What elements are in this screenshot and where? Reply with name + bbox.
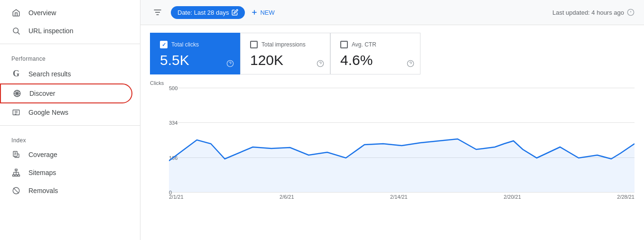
removals-icon [11, 186, 21, 195]
last-updated-text: Last updated: 4 hours ago [552, 9, 635, 16]
sidebar-item-discover-label: Discover [29, 90, 55, 97]
metric-card-total-clicks[interactable]: Total clicks 5.5K [150, 33, 240, 74]
chart-area: Clicks 500 334 166 0 [140, 74, 644, 240]
x-label-4: 2/20/21 [504, 194, 521, 200]
avg-ctr-value: 4.6% [340, 52, 411, 68]
total-clicks-label: Total clicks [160, 41, 230, 48]
chart-y-label: Clicks [150, 80, 635, 86]
search-icon [11, 27, 21, 35]
x-label-3: 2/14/21 [390, 194, 408, 200]
new-button[interactable]: NEW [251, 9, 274, 16]
x-label-5: 2/28/21 [617, 194, 635, 200]
svg-rect-16 [13, 175, 15, 176]
coverage-icon [11, 150, 21, 159]
total-clicks-checkbox [160, 41, 168, 48]
sidebar-item-google-news-label: Google News [28, 109, 68, 116]
metric-card-total-impressions[interactable]: Total impressions 120K [240, 33, 330, 74]
total-impressions-label: Total impressions [250, 41, 320, 48]
sidebar-item-search-results[interactable]: G Search results [0, 64, 132, 83]
svg-point-0 [13, 28, 19, 33]
toolbar: Date: Last 28 days NEW Last updated: 4 h… [140, 0, 644, 25]
total-impressions-checkbox [250, 41, 258, 48]
avg-ctr-help-icon[interactable] [407, 60, 414, 69]
home-icon [11, 9, 21, 17]
avg-ctr-checkbox [340, 41, 348, 48]
grid-line-0: 0 [169, 192, 635, 193]
main-content: Date: Last 28 days NEW Last updated: 4 h… [140, 0, 644, 240]
sidebar-item-overview[interactable]: Overview [0, 4, 132, 22]
date-filter-pill[interactable]: Date: Last 28 days [171, 6, 245, 19]
sidebar-item-sitemaps-label: Sitemaps [28, 169, 56, 176]
total-clicks-value: 5.5K [160, 52, 230, 68]
index-section-label: Index [0, 129, 140, 146]
sidebar: Overview URL inspection Performance G Se… [0, 0, 140, 240]
chart-wrapper: 500 334 166 0 [150, 88, 635, 192]
sidebar-item-discover[interactable]: Discover [0, 83, 132, 103]
sidebar-item-google-news[interactable]: Google News [0, 103, 132, 121]
sidebar-item-url-inspection-label: URL inspection [28, 27, 73, 35]
total-impressions-value: 120K [250, 52, 320, 68]
sidebar-item-removals-label: Removals [28, 187, 58, 194]
sitemaps-icon [11, 168, 21, 177]
filter-button[interactable] [150, 5, 165, 20]
discover-icon [12, 89, 22, 98]
performance-section-label: Performance [0, 48, 140, 64]
metric-cards-row: Total clicks 5.5K Total impressions 120K [140, 25, 644, 74]
sidebar-item-sitemaps[interactable]: Sitemaps [0, 164, 132, 182]
sidebar-item-search-results-label: Search results [28, 70, 71, 78]
svg-rect-15 [15, 169, 18, 171]
total-impressions-help-icon[interactable] [317, 60, 324, 69]
svg-marker-40 [169, 139, 635, 192]
date-filter-label: Date: Last 28 days [177, 9, 229, 16]
sidebar-item-url-inspection[interactable]: URL inspection [0, 22, 132, 40]
svg-rect-17 [15, 175, 18, 176]
x-label-2: 2/6/21 [280, 194, 294, 200]
line-chart-svg [169, 88, 635, 192]
sidebar-item-coverage-label: Coverage [28, 151, 57, 158]
sidebar-item-removals[interactable]: Removals [0, 182, 132, 200]
sidebar-item-coverage[interactable]: Coverage [0, 146, 132, 164]
google-g-icon: G [11, 69, 21, 79]
metric-card-avg-ctr[interactable]: Avg. CTR 4.6% [330, 33, 420, 74]
svg-line-25 [13, 188, 19, 193]
sidebar-item-overview-label: Overview [28, 9, 56, 17]
google-news-icon [11, 108, 21, 117]
avg-ctr-label: Avg. CTR [340, 41, 411, 48]
chart-x-labels: 2/1/21 2/6/21 2/14/21 2/20/21 2/28/21 [150, 192, 635, 200]
svg-line-1 [18, 32, 19, 34]
total-clicks-help-icon[interactable] [226, 60, 234, 69]
svg-rect-18 [18, 175, 20, 176]
new-button-label: NEW [260, 9, 274, 16]
